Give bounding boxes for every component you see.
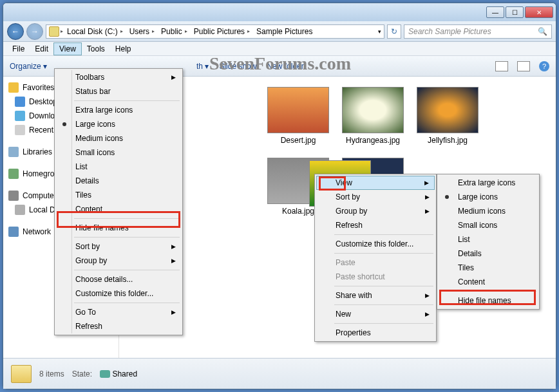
file-item[interactable]: Desert.jpg [267,87,329,145]
context-properties[interactable]: Properties [316,326,435,340]
chevron-right-icon: ▶ [425,292,430,299]
menu-edit[interactable]: Edit [30,43,53,55]
submenu-extra-large-icons[interactable]: Extra large icons [439,176,538,190]
menu-content[interactable]: Content [56,202,181,216]
star-icon [8,82,19,93]
menu-list[interactable]: List [56,160,181,174]
breadcrumb-item[interactable]: Users▸ [127,27,157,36]
view-options-icon[interactable] [495,61,508,71]
network-icon [8,227,19,237]
menu-view[interactable]: View [53,42,82,55]
menu-refresh[interactable]: Refresh [56,319,181,333]
menu-help[interactable]: Help [110,43,137,55]
help-icon[interactable]: ? [539,61,549,71]
menu-go-to[interactable]: Go To▶ [56,305,181,319]
menu-small-icons[interactable]: Small icons [56,145,181,160]
thumbnail-icon [267,87,329,133]
thumbnail-icon [342,87,404,133]
maximize-button[interactable]: ☐ [506,6,524,18]
slideshow-button[interactable]: Slide show [219,62,256,71]
chevron-right-icon: ▶ [171,309,176,315]
submenu-tiles[interactable]: Tiles [439,261,538,275]
state-label: State: [72,369,92,378]
recent-icon [15,125,25,135]
thumbnail-icon [417,87,478,133]
refresh-button[interactable]: ↻ [387,24,401,39]
menu-extra-large-icons[interactable]: Extra large icons [56,103,181,117]
toolbar-item[interactable]: th ▾ [196,62,209,71]
minimize-button[interactable]: — [486,6,504,18]
organize-button[interactable]: Organize ▾ [10,62,47,71]
context-view[interactable]: View▶ [316,176,435,190]
submenu-details[interactable]: Details [439,247,538,261]
context-refresh[interactable]: Refresh [316,218,435,232]
file-item[interactable]: Jellyfish.jpg [417,87,478,145]
submenu-medium-icons[interactable]: Medium icons [439,204,538,218]
breadcrumb-item[interactable]: Sample Pictures [254,27,315,36]
menu-tools[interactable]: Tools [82,43,110,55]
shared-status: Shared [100,369,137,378]
view-submenu: Extra large icons Large icons Medium ico… [437,174,540,310]
titlebar: — ☐ ✕ [3,3,556,21]
item-count: 8 items [39,369,64,378]
view-menu-dropdown: Toolbars▶ Status bar Extra large icons L… [54,68,183,335]
context-paste: Paste [316,256,435,270]
back-button[interactable]: ← [7,23,24,40]
chevron-right-icon: ▶ [424,180,429,186]
chevron-right-icon: ▶ [425,194,430,200]
breadcrumb-item[interactable]: Public Pictures▸ [191,27,252,36]
statusbar: 8 items State: Shared [3,358,556,389]
drive-icon [49,26,59,37]
new-folder-button[interactable]: New folder [267,62,303,71]
bullet-icon [62,122,66,126]
preview-pane-icon[interactable] [517,61,530,71]
search-icon: 🔍 [538,27,547,36]
menu-statusbar[interactable]: Status bar [56,84,181,98]
menu-group-by[interactable]: Group by▶ [56,254,181,268]
chevron-right-icon: ▶ [171,243,176,250]
computer-icon [8,191,19,201]
context-menu: View▶ Sort by▶ Group by▶ Refresh Customi… [314,174,437,342]
home-icon [8,169,19,179]
menu-choose-details[interactable]: Choose details... [56,272,181,286]
shared-icon [100,370,110,378]
menu-details[interactable]: Details [56,174,181,188]
context-customize[interactable]: Customize this folder... [316,237,435,251]
file-item[interactable]: Hydrangeas.jpg [342,87,404,145]
address-bar: ← → ▸ Local Disk (C:)▸ Users▸ Public▸ Pu… [3,21,556,42]
submenu-large-icons[interactable]: Large icons [439,190,538,204]
menu-sort-by[interactable]: Sort by▶ [56,239,181,254]
context-group-by[interactable]: Group by▶ [316,204,435,218]
folder-icon [11,365,32,383]
menu-file[interactable]: File [7,43,30,55]
chevron-right-icon: ▶ [425,208,430,214]
context-new[interactable]: New▶ [316,307,435,321]
submenu-list[interactable]: List [439,232,538,247]
chevron-down-icon[interactable]: ▾ [378,28,381,35]
forward-button[interactable]: → [26,23,43,40]
menu-large-icons[interactable]: Large icons [56,117,181,131]
menubar: File Edit View Tools Help [3,42,556,56]
chevron-right-icon: ▶ [425,311,430,317]
menu-medium-icons[interactable]: Medium icons [56,131,181,145]
breadcrumb-item[interactable]: Local Disk (C:)▸ [64,27,126,36]
desktop-icon [15,97,25,107]
menu-hide-file-names[interactable]: Hide file names [56,221,181,235]
chevron-right-icon: ▶ [171,257,176,264]
bullet-icon [445,195,449,199]
menu-toolbars[interactable]: Toolbars▶ [56,70,181,84]
submenu-content[interactable]: Content [439,275,538,289]
chevron-right-icon: ▸ [61,28,63,34]
menu-customize-folder[interactable]: Customize this folder... [56,286,181,301]
context-sort-by[interactable]: Sort by▶ [316,190,435,204]
close-button[interactable]: ✕ [525,6,553,18]
chevron-right-icon: ▶ [171,74,176,80]
submenu-small-icons[interactable]: Small icons [439,218,538,232]
context-paste-shortcut: Paste shortcut [316,270,435,284]
search-input[interactable]: Search Sample Pictures 🔍 [404,24,552,39]
context-share-with[interactable]: Share with▶ [316,288,435,303]
submenu-hide-file-names[interactable]: Hide file names [439,294,538,308]
breadcrumb[interactable]: ▸ Local Disk (C:)▸ Users▸ Public▸ Public… [46,24,384,39]
menu-tiles[interactable]: Tiles [56,188,181,202]
breadcrumb-item[interactable]: Public▸ [158,27,190,36]
